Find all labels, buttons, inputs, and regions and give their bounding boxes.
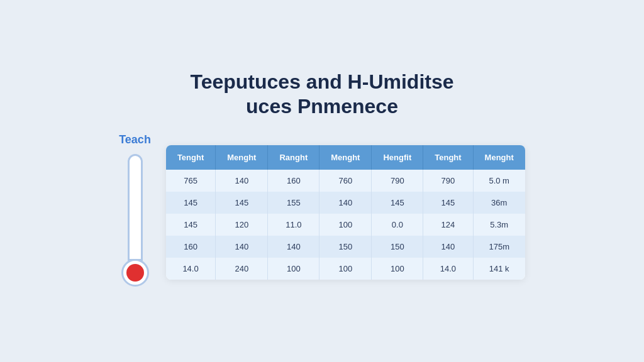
cell-1-3: 140 — [319, 192, 372, 214]
cell-1-6: 36m — [473, 192, 525, 214]
cell-0-2: 160 — [268, 170, 319, 192]
thermometer-bulb-inner — [126, 264, 144, 282]
data-table: Tenght Menght Ranght Menght Hengfit Teng… — [166, 145, 525, 280]
content-area: Teach Tenght Menght Ranght Menght Hengfi… — [119, 133, 525, 292]
cell-3-2: 140 — [268, 236, 319, 258]
main-title: Teeputuces and H-Umiditse uces Pnmenece — [190, 70, 453, 118]
cell-0-3: 760 — [319, 170, 372, 192]
col-header-1: Menght — [216, 145, 268, 170]
cell-4-6: 141 k — [473, 258, 525, 280]
cell-3-0: 160 — [166, 236, 216, 258]
col-header-4: Hengfit — [372, 145, 423, 170]
cell-2-0: 145 — [166, 214, 216, 236]
cell-1-2: 155 — [268, 192, 319, 214]
col-header-2: Ranght — [268, 145, 319, 170]
cell-2-4: 0.0 — [372, 214, 423, 236]
table-row: 160140140150150140175m — [166, 236, 525, 258]
thermometer-label: Teach — [119, 133, 151, 146]
col-header-0: Tenght — [166, 145, 216, 170]
cell-2-3: 100 — [319, 214, 372, 236]
col-header-5: Tenght — [423, 145, 473, 170]
col-header-6: Menght — [473, 145, 525, 170]
cell-0-4: 790 — [372, 170, 423, 192]
table-header-row: Tenght Menght Ranght Menght Hengfit Teng… — [166, 145, 525, 170]
cell-2-1: 120 — [216, 214, 268, 236]
cell-4-4: 100 — [372, 258, 423, 280]
cell-2-6: 5.3m — [473, 214, 525, 236]
cell-0-5: 790 — [423, 170, 473, 192]
thermometer — [123, 154, 148, 292]
cell-3-1: 140 — [216, 236, 268, 258]
cell-0-0: 765 — [166, 170, 216, 192]
thermometer-bulb — [121, 259, 149, 287]
cell-0-1: 140 — [216, 170, 268, 192]
table-row: 14514515514014514536m — [166, 192, 525, 214]
cell-2-5: 124 — [423, 214, 473, 236]
cell-3-4: 150 — [372, 236, 423, 258]
thermometer-container: Teach — [119, 133, 151, 292]
thermometer-tube — [128, 154, 143, 261]
cell-4-3: 100 — [319, 258, 372, 280]
col-header-3: Menght — [319, 145, 372, 170]
cell-1-4: 145 — [372, 192, 423, 214]
cell-4-5: 14.0 — [423, 258, 473, 280]
cell-3-6: 175m — [473, 236, 525, 258]
cell-1-5: 145 — [423, 192, 473, 214]
cell-2-2: 11.0 — [268, 214, 319, 236]
cell-4-0: 14.0 — [166, 258, 216, 280]
table-row: 14.024010010010014.0141 k — [166, 258, 525, 280]
cell-3-3: 150 — [319, 236, 372, 258]
cell-1-0: 145 — [166, 192, 216, 214]
table-row: 7651401607607907905.0 m — [166, 170, 525, 192]
cell-3-5: 140 — [423, 236, 473, 258]
cell-0-6: 5.0 m — [473, 170, 525, 192]
cell-1-1: 145 — [216, 192, 268, 214]
cell-4-1: 240 — [216, 258, 268, 280]
table-row: 14512011.01000.01245.3m — [166, 214, 525, 236]
cell-4-2: 100 — [268, 258, 319, 280]
